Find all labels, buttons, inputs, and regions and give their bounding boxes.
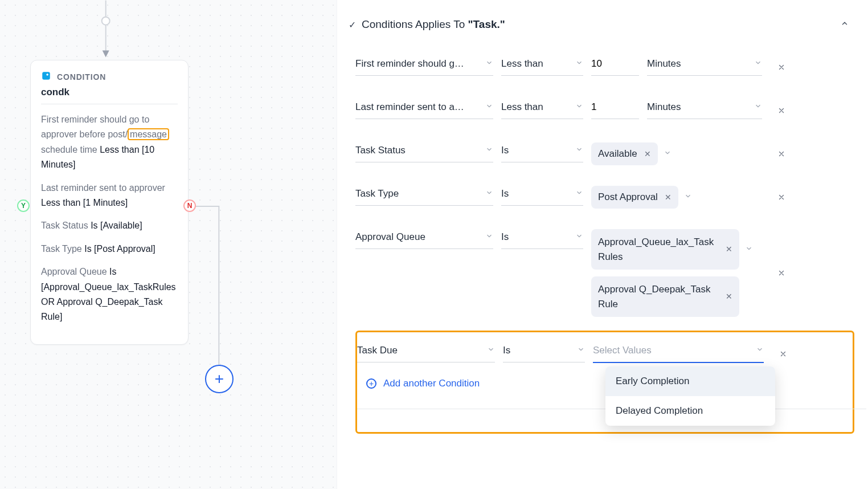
value-placeholder: Select Values (593, 345, 652, 356)
condition-row: Approval Queue Is Approval_Queue_lax_Tas… (355, 219, 854, 327)
chevron-down-icon (754, 59, 762, 69)
operator-label: Is (501, 188, 509, 199)
chevron-down-icon (487, 345, 495, 356)
chip-remove-icon[interactable]: ✕ (726, 291, 732, 303)
field-label: First reminder should g… (355, 58, 464, 70)
chevron-down-icon (754, 102, 762, 112)
operator-select[interactable]: Less than (501, 99, 583, 119)
chip-label: Approval Q_Deepak_Task Rule (598, 282, 719, 311)
chip-add-icon[interactable] (745, 244, 753, 255)
chevron-down-icon (485, 59, 493, 69)
add-node-button[interactable]: + (205, 365, 234, 393)
chevron-down-icon (575, 102, 583, 112)
field-select[interactable]: Task Type (355, 186, 493, 206)
condition-node-card[interactable]: CONDITION condk First reminder should go… (30, 60, 189, 345)
panel-title: Conditions Applies To "Task." (362, 18, 505, 31)
svg-marker-3 (103, 51, 109, 58)
plus-icon: + (215, 370, 224, 388)
chip-label: Approval_Queue_lax_Task Rules (598, 235, 719, 264)
message-highlight: message (128, 128, 169, 140)
chevron-down-icon (756, 345, 764, 356)
workflow-canvas[interactable]: CONDITION condk First reminder should go… (0, 0, 337, 489)
chevron-down-icon (485, 232, 493, 242)
value-number-input[interactable] (591, 56, 639, 76)
check-icon: ✓ (349, 19, 356, 30)
value-chip[interactable]: Approval Q_Deepak_Task Rule ✕ (591, 276, 739, 317)
remove-row-button[interactable] (770, 56, 793, 79)
value-chip[interactable]: Available ✕ (591, 142, 658, 165)
chevron-down-icon (575, 145, 583, 156)
field-select[interactable]: Last reminder sent to a… (355, 99, 493, 119)
plus-circle-icon: + (366, 378, 376, 389)
operator-label: Less than (501, 58, 543, 70)
field-label: Approval Queue (355, 231, 425, 243)
svg-rect-4 (42, 72, 50, 80)
remove-row-button[interactable] (770, 186, 793, 209)
chip-add-icon[interactable] (684, 192, 692, 202)
chevron-down-icon (485, 145, 493, 156)
chip-remove-icon[interactable]: ✕ (644, 149, 651, 158)
condition-row: Last reminder sent to a… Less than Minut… (355, 89, 854, 132)
add-condition-button[interactable]: + Add another Condition (357, 378, 853, 389)
condition-row: Task Type Is Post Approval ✕ (355, 176, 854, 219)
operator-select[interactable]: Less than (501, 56, 583, 76)
operator-label: Is (501, 231, 509, 243)
branch-yes-badge[interactable]: Y (17, 199, 30, 212)
field-select[interactable]: Approval Queue (355, 229, 493, 249)
condition-row: Task Due Is Select Values (357, 337, 853, 376)
add-condition-label: Add another Condition (383, 378, 480, 389)
field-label: Last reminder sent to a… (355, 101, 464, 113)
field-select[interactable]: First reminder should g… (355, 56, 493, 76)
chevron-down-icon (485, 102, 493, 112)
chip-add-icon[interactable] (664, 149, 672, 159)
remove-row-button[interactable] (770, 142, 793, 165)
field-label: Task Due (357, 345, 398, 356)
unit-select[interactable]: Minutes (647, 99, 762, 119)
value-chip[interactable]: Approval_Queue_lax_Task Rules ✕ (591, 229, 739, 270)
unit-label: Minutes (647, 58, 681, 70)
remove-row-button[interactable] (770, 99, 793, 122)
remove-row-button[interactable] (772, 343, 795, 365)
svg-point-1 (102, 17, 110, 25)
task-due-highlight: Task Due Is Select Values (355, 331, 854, 434)
condition-row: First reminder should g… Less than Minut… (355, 46, 854, 89)
collapse-icon[interactable] (841, 19, 849, 30)
chevron-down-icon (575, 59, 583, 69)
chevron-down-icon (577, 345, 585, 356)
unit-select[interactable]: Minutes (647, 56, 762, 76)
conditions-panel: ✓ Conditions Applies To "Task." First re… (337, 0, 868, 489)
operator-select[interactable]: Is (501, 142, 583, 162)
value-dropdown: Early Completion Delayed Completion (605, 366, 775, 426)
chevron-down-icon (485, 189, 493, 199)
chip-remove-icon[interactable]: ✕ (726, 243, 732, 255)
operator-select[interactable]: Is (503, 343, 585, 362)
chevron-down-icon (575, 232, 583, 242)
panel-header[interactable]: ✓ Conditions Applies To "Task." (346, 16, 854, 38)
branch-no-badge[interactable]: N (183, 199, 196, 212)
operator-select[interactable]: Is (501, 229, 583, 249)
node-conditions-summary: First reminder should go to approver bef… (41, 112, 178, 325)
remove-row-button[interactable] (770, 262, 793, 284)
condition-icon (41, 71, 51, 83)
node-type-label: CONDITION (57, 72, 106, 82)
field-label: Task Type (355, 188, 399, 199)
chevron-down-icon (575, 189, 583, 199)
operator-label: Is (501, 145, 509, 156)
chip-remove-icon[interactable]: ✕ (665, 193, 672, 202)
condition-row: Task Status Is Available ✕ (355, 132, 854, 176)
operator-select[interactable]: Is (501, 186, 583, 206)
condition-rows: First reminder should g… Less than Minut… (346, 46, 854, 434)
value-chip[interactable]: Post Approval ✕ (591, 186, 678, 209)
value-select[interactable]: Select Values (593, 343, 764, 363)
operator-label: Less than (501, 101, 543, 113)
value-number-input[interactable] (591, 99, 639, 119)
unit-label: Minutes (647, 101, 681, 113)
field-select[interactable]: Task Due (357, 343, 495, 362)
field-select[interactable]: Task Status (355, 142, 493, 162)
node-title: condk (41, 87, 178, 104)
field-label: Task Status (355, 145, 406, 156)
chip-label: Available (598, 148, 637, 160)
dropdown-item[interactable]: Delayed Completion (605, 396, 775, 426)
chip-label: Post Approval (598, 191, 658, 203)
dropdown-item[interactable]: Early Completion (605, 366, 775, 396)
